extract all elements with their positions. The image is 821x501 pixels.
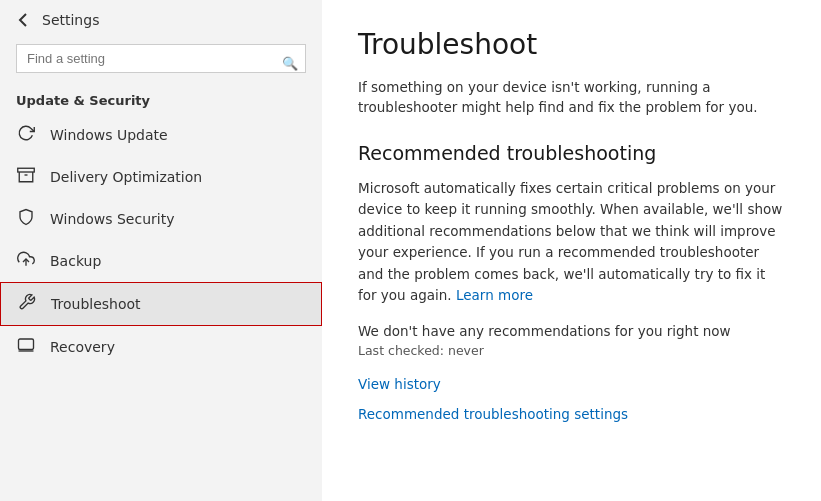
laptop-icon [16, 336, 36, 358]
sidebar-item-label: Backup [50, 253, 101, 269]
box-icon [16, 166, 36, 188]
view-history-link[interactable]: View history [358, 376, 785, 392]
recommended-section-title: Recommended troubleshooting [358, 142, 785, 164]
sidebar-item-label: Recovery [50, 339, 115, 355]
search-input[interactable] [16, 44, 306, 73]
last-checked-text: Last checked: never [358, 343, 785, 358]
sidebar-item-recovery[interactable]: Recovery [0, 326, 322, 368]
sidebar-item-label: Windows Security [50, 211, 174, 227]
sidebar-item-label: Windows Update [50, 127, 168, 143]
title-bar: Settings [0, 0, 322, 40]
sidebar-item-backup[interactable]: Backup [0, 240, 322, 282]
page-description: If something on your device isn't workin… [358, 77, 785, 118]
sidebar-item-troubleshoot[interactable]: Troubleshoot [0, 282, 322, 326]
sidebar-item-label: Delivery Optimization [50, 169, 202, 185]
sidebar-item-label: Troubleshoot [51, 296, 141, 312]
page-title: Troubleshoot [358, 28, 785, 61]
refresh-icon [16, 124, 36, 146]
svg-rect-0 [18, 168, 35, 172]
recommended-settings-link[interactable]: Recommended troubleshooting settings [358, 406, 785, 422]
settings-title: Settings [42, 12, 99, 28]
main-content: Troubleshoot If something on your device… [322, 0, 821, 501]
sidebar-item-windows-security[interactable]: Windows Security [0, 198, 322, 240]
search-icon: 🔍 [282, 55, 298, 70]
wrench-icon [17, 293, 37, 315]
recommended-description: Microsoft automatically fixes certain cr… [358, 178, 785, 308]
sidebar: Settings 🔍 Update & Security Windows Upd… [0, 0, 322, 501]
shield-icon [16, 208, 36, 230]
search-container: 🔍 [0, 40, 322, 85]
back-button[interactable] [16, 12, 32, 28]
no-recommendations-text: We don't have any recommendations for yo… [358, 323, 785, 339]
upload-icon [16, 250, 36, 272]
section-header: Update & Security [0, 85, 322, 114]
learn-more-link[interactable]: Learn more [456, 287, 533, 303]
sidebar-item-windows-update[interactable]: Windows Update [0, 114, 322, 156]
sidebar-item-delivery-optimization[interactable]: Delivery Optimization [0, 156, 322, 198]
svg-rect-3 [19, 339, 34, 350]
